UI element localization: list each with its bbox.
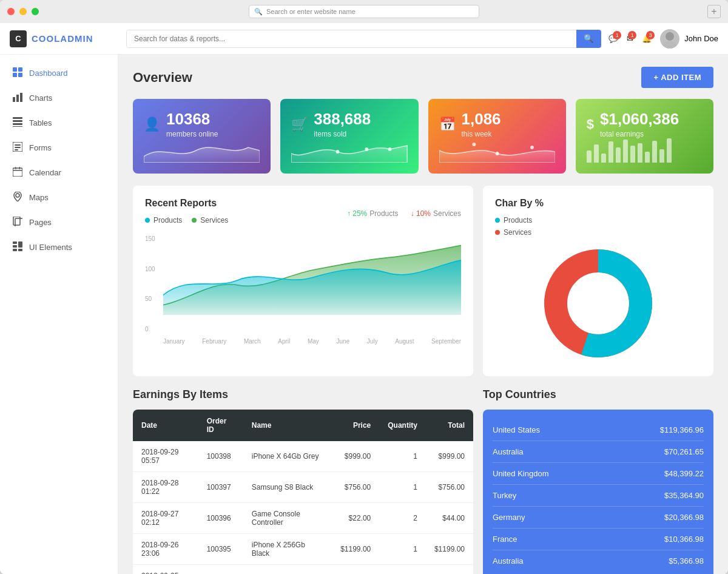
sidebar-label-calendar: Calendar [29, 168, 61, 177]
sidebar-label-ui-elements: UI Elements [29, 243, 72, 252]
app-header: C COOLADMIN 🔍 💬 1 ✉ 1 🔔 3 [0, 23, 728, 55]
maximize-button[interactable] [32, 8, 39, 15]
svg-point-32 [472, 143, 476, 146]
svg-point-29 [336, 150, 340, 154]
items-sold-value: 388,688 [314, 110, 371, 129]
country-name: Germany [493, 513, 525, 522]
legend-services: Services [192, 216, 228, 225]
sidebar-item-ui-elements[interactable]: UI Elements [0, 235, 118, 260]
user-info[interactable]: John Doe [660, 29, 718, 49]
svg-point-33 [495, 152, 499, 155]
sidebar-item-forms[interactable]: Forms [0, 135, 118, 160]
country-row: Australia $5,366.98 [493, 550, 704, 572]
cell-date: 2018-09-28 01:22 [133, 472, 198, 503]
svg-rect-24 [13, 241, 17, 244]
y-label-100: 100 [145, 266, 155, 272]
sidebar-item-pages[interactable]: Pages [0, 210, 118, 235]
svg-point-37 [568, 273, 629, 334]
svg-rect-27 [18, 241, 22, 248]
country-row: France $10,366.98 [493, 528, 704, 550]
country-amount: $10,366.98 [664, 535, 704, 544]
bar-8 [638, 143, 642, 163]
close-button[interactable] [7, 8, 15, 15]
bottom-row: Earnings By Items Date Order ID Name Pri… [133, 388, 713, 574]
add-item-button[interactable]: + ADD ITEM [641, 67, 713, 88]
bar-4 [608, 141, 613, 163]
sidebar-item-tables[interactable]: Tables [0, 110, 118, 135]
x-jun: June [337, 338, 350, 345]
avatar [660, 29, 679, 49]
cell-qty: 1 [379, 441, 426, 472]
chart-stats: ↑ 25% Products ↓ 10% Services [347, 209, 461, 218]
x-apr: April [278, 338, 290, 345]
cell-date: 2018-09-27 02:12 [133, 503, 198, 534]
country-row: United Kingdom $48,399.22 [493, 463, 704, 485]
members-label: members online [166, 130, 218, 138]
svg-rect-14 [15, 144, 21, 146]
mail-icon-badge[interactable]: ✉ 1 [627, 34, 633, 43]
svg-point-1 [662, 41, 677, 49]
items-sold-label: items sold [314, 130, 371, 138]
donut-services-dot [495, 230, 500, 235]
bell-icon-badge[interactable]: 🔔 3 [642, 34, 652, 43]
logo: C COOLADMIN [10, 30, 119, 47]
chart-header: Recent Reports Products Services [145, 198, 461, 229]
country-name: Australia [493, 556, 524, 566]
products-stat: ↑ 25% Products [347, 209, 399, 218]
bar-12 [667, 138, 672, 163]
minimize-button[interactable] [19, 8, 27, 15]
country-amount: $20,366.98 [664, 513, 704, 522]
svg-rect-10 [13, 120, 22, 122]
cell-price: $1199.00 [332, 534, 379, 565]
new-tab-button[interactable]: + [707, 5, 721, 18]
y-label-150: 150 [145, 235, 155, 242]
url-bar[interactable]: 🔍 Search or enter website name [249, 5, 479, 18]
forms-icon [12, 142, 23, 154]
svg-point-21 [16, 194, 19, 197]
up-arrow: ↑ 25% [347, 209, 367, 218]
bar-5 [616, 147, 621, 163]
logo-icon: C [10, 30, 27, 47]
sidebar: Dashboard Charts Tables Forms [0, 55, 118, 574]
x-jul: July [367, 338, 378, 345]
area-chart: 150 100 50 0 [145, 235, 461, 345]
x-sep: September [431, 338, 461, 345]
char-by-percent-card: Char By % Products Services [483, 186, 713, 376]
recent-reports-card: Recent Reports Products Services [133, 186, 473, 376]
logo-text: COOLADMIN [32, 33, 93, 44]
members-icon: 👤 [144, 116, 160, 132]
country-row: United States $119,366.96 [493, 419, 704, 441]
cell-order-id: 100397 [198, 472, 243, 503]
search-input[interactable] [126, 30, 601, 48]
cell-name: USB 3.0 Cable [243, 565, 332, 575]
app-window: 🔍 Search or enter website name + C COOLA… [0, 0, 728, 574]
country-amount: $48,399.22 [664, 469, 704, 478]
dollar-icon: $ [587, 116, 594, 132]
sidebar-item-maps[interactable]: Maps [0, 185, 118, 210]
sidebar-item-charts[interactable]: Charts [0, 86, 118, 110]
earnings-title: Earnings By Items [133, 388, 473, 401]
bar-7 [630, 146, 635, 163]
cell-name: iPhone X 64Gb Grey [243, 441, 332, 472]
sidebar-item-dashboard[interactable]: Dashboard [0, 61, 118, 86]
chat-icon-badge[interactable]: 💬 1 [608, 34, 618, 43]
sidebar-label-maps: Maps [29, 193, 49, 202]
sidebar-item-calendar[interactable]: Calendar [0, 160, 118, 185]
user-name: John Doe [684, 34, 718, 43]
country-amount: $119,366.96 [660, 425, 704, 434]
country-amount: $5,366.98 [669, 556, 704, 566]
sidebar-label-pages: Pages [29, 218, 52, 227]
charts-icon [12, 92, 23, 104]
earnings-value: $1,060,386 [600, 110, 679, 129]
col-quantity: Quantity [379, 410, 426, 441]
donut-services-label: Services [504, 228, 531, 237]
down-arrow: ↓ 10% [411, 209, 431, 218]
cell-date: 2018-09-26 23:06 [133, 534, 198, 565]
svg-rect-7 [16, 95, 19, 102]
country-name: Australia [493, 447, 524, 456]
svg-rect-8 [20, 93, 22, 102]
svg-rect-26 [13, 249, 17, 251]
stat-cards: 👤 10368 members online [133, 99, 713, 174]
sidebar-label-dashboard: Dashboard [29, 69, 68, 78]
search-button[interactable]: 🔍 [576, 30, 601, 48]
